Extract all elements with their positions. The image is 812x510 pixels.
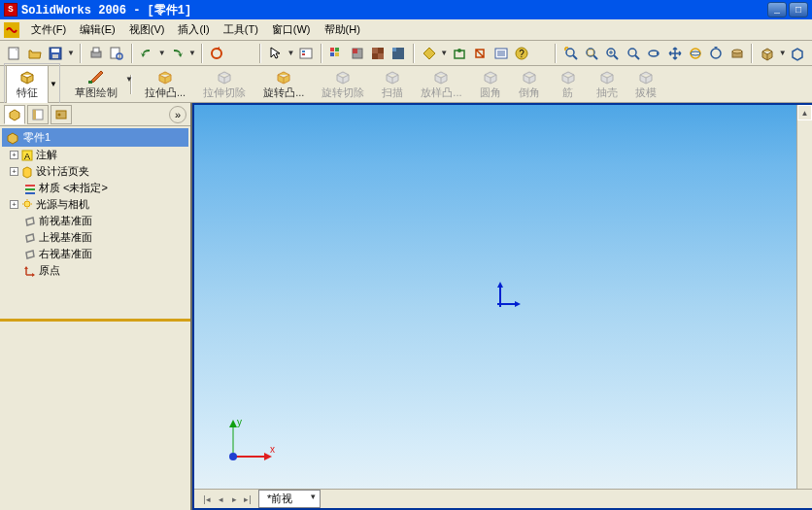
print-icon[interactable] xyxy=(85,43,106,64)
tab-property[interactable] xyxy=(27,105,49,124)
zoom-selection-icon[interactable] xyxy=(623,43,643,64)
menu-file[interactable]: 文件(F) xyxy=(25,20,72,39)
scroll-up-icon[interactable]: ▲ xyxy=(797,105,812,120)
menu-tools[interactable]: 工具(T) xyxy=(218,20,264,39)
menu-help[interactable]: 帮助(H) xyxy=(319,20,366,39)
tree-root[interactable]: 零件1 xyxy=(2,128,188,147)
features-icon xyxy=(18,69,36,85)
revolve-boss-button[interactable]: 旋转凸... xyxy=(254,66,313,103)
undo-dropdown[interactable]: ▼ xyxy=(157,49,167,57)
sketch-button[interactable]: 草图绘制 ▼ xyxy=(66,66,126,103)
redo-icon[interactable] xyxy=(167,43,187,64)
svg-rect-23 xyxy=(392,48,396,51)
menu-window[interactable]: 窗口(W) xyxy=(266,20,317,39)
measure-dropdown[interactable]: ▼ xyxy=(439,49,449,57)
print-preview-icon[interactable] xyxy=(106,43,126,64)
menu-edit[interactable]: 编辑(E) xyxy=(74,20,121,39)
stdview-dropdown[interactable]: ▼ xyxy=(778,49,788,57)
tree-item[interactable]: 材质 <未指定> xyxy=(2,180,188,196)
pan-icon[interactable] xyxy=(664,43,685,64)
rotate-icon[interactable] xyxy=(644,43,664,64)
tree-item[interactable]: 原点 xyxy=(2,262,188,279)
features-dropdown[interactable]: ▼ xyxy=(49,80,58,88)
svg-point-43 xyxy=(691,51,700,55)
turntable-icon[interactable] xyxy=(727,43,747,64)
tab-nav-first[interactable]: |◂ xyxy=(200,494,214,504)
select-dropdown[interactable]: ▼ xyxy=(287,49,296,57)
tab-nav-prev[interactable]: ◂ xyxy=(214,494,227,504)
draft-icon xyxy=(637,69,655,85)
shell-button: 抽壳 xyxy=(588,66,626,103)
tree-item[interactable]: 前视基准面 xyxy=(2,213,188,229)
svg-rect-20 xyxy=(372,48,378,53)
window-title: SolidWorks 2006 - [零件1] xyxy=(21,2,767,18)
standard-toolbar: ▼ ▼ ▼ ▼ ▼ ? ▼ xyxy=(0,41,812,66)
section-icon[interactable] xyxy=(470,43,491,64)
save-icon[interactable] xyxy=(46,43,66,64)
annotation-icon: A xyxy=(20,149,34,162)
binder-icon xyxy=(20,165,34,179)
open-icon[interactable] xyxy=(24,43,45,64)
revolve-boss-icon xyxy=(275,69,292,85)
svg-line-33 xyxy=(573,55,577,59)
view-tab-front[interactable]: *前视 xyxy=(258,490,321,508)
svg-text:y: y xyxy=(237,417,242,427)
textures-icon[interactable] xyxy=(367,43,388,64)
zoom-area-icon[interactable] xyxy=(581,43,601,64)
tab-nav-last[interactable]: ▸| xyxy=(241,494,254,504)
redo-dropdown[interactable]: ▼ xyxy=(187,49,197,57)
orbit-icon[interactable] xyxy=(685,43,705,64)
sketch-dropdown[interactable]: ▼ xyxy=(125,75,133,84)
list-icon[interactable] xyxy=(491,43,511,64)
maximize-button[interactable]: □ xyxy=(789,2,808,17)
tree-item[interactable]: +A注解 xyxy=(2,147,188,163)
undo-icon[interactable] xyxy=(137,43,157,64)
zoom-in-out-icon[interactable] xyxy=(602,43,623,64)
minimize-button[interactable]: _ xyxy=(767,2,787,17)
view-orient-icon[interactable] xyxy=(787,43,807,64)
tab-feature-tree[interactable] xyxy=(4,105,25,124)
save-dropdown[interactable]: ▼ xyxy=(66,49,76,57)
tree-item[interactable]: 右视基准面 xyxy=(2,246,188,262)
extrude-boss-icon xyxy=(156,69,174,85)
options-icon[interactable] xyxy=(295,43,316,64)
rebuild-icon[interactable] xyxy=(207,43,227,64)
extrude-boss-button[interactable]: 拉伸凸... xyxy=(136,66,194,103)
svg-point-46 xyxy=(732,50,742,53)
tab-nav-next[interactable]: ▸ xyxy=(227,494,241,504)
tree-item[interactable]: +光源与相机 xyxy=(2,196,188,213)
svg-rect-49 xyxy=(33,110,36,119)
menu-insert[interactable]: 插入(I) xyxy=(172,20,215,39)
expander-icon[interactable]: + xyxy=(10,167,18,176)
shell-icon xyxy=(598,69,616,85)
new-icon[interactable] xyxy=(4,43,24,64)
svg-rect-16 xyxy=(335,52,339,56)
zoom-fit-icon[interactable] xyxy=(560,43,581,64)
expand-panel-icon[interactable]: » xyxy=(169,106,186,123)
viewport-scrollbar[interactable]: ▲ xyxy=(796,105,812,508)
expander-icon[interactable]: + xyxy=(10,151,18,159)
3d-viewport[interactable]: y x ▲ |◂ ◂ ▸ ▸| *前视 xyxy=(192,103,812,510)
features-button[interactable]: 特征 xyxy=(6,65,49,104)
help-icon[interactable]: ? xyxy=(511,43,531,64)
measure-icon[interactable] xyxy=(419,43,439,64)
origin-marker-icon xyxy=(486,280,524,319)
chamfer-button: 倒角 xyxy=(510,66,549,103)
sweep-icon xyxy=(384,69,401,85)
menu-view[interactable]: 视图(V) xyxy=(123,20,171,39)
select-icon[interactable] xyxy=(265,43,286,64)
plane-icon xyxy=(23,248,37,261)
tree-item[interactable]: 上视基准面 xyxy=(2,229,188,246)
svg-point-51 xyxy=(58,113,61,116)
materials-icon[interactable] xyxy=(347,43,367,64)
mass-icon[interactable] xyxy=(449,43,469,64)
colors-icon[interactable] xyxy=(326,43,347,64)
standard-view-icon[interactable] xyxy=(757,43,777,64)
tab-config[interactable] xyxy=(51,105,72,124)
roll-icon[interactable] xyxy=(706,43,727,64)
svg-rect-15 xyxy=(330,52,334,56)
tree-item[interactable]: +设计活页夹 xyxy=(2,163,188,180)
lighting-icon[interactable] xyxy=(389,43,409,64)
expander-icon[interactable]: + xyxy=(10,200,18,209)
svg-line-40 xyxy=(635,55,639,59)
